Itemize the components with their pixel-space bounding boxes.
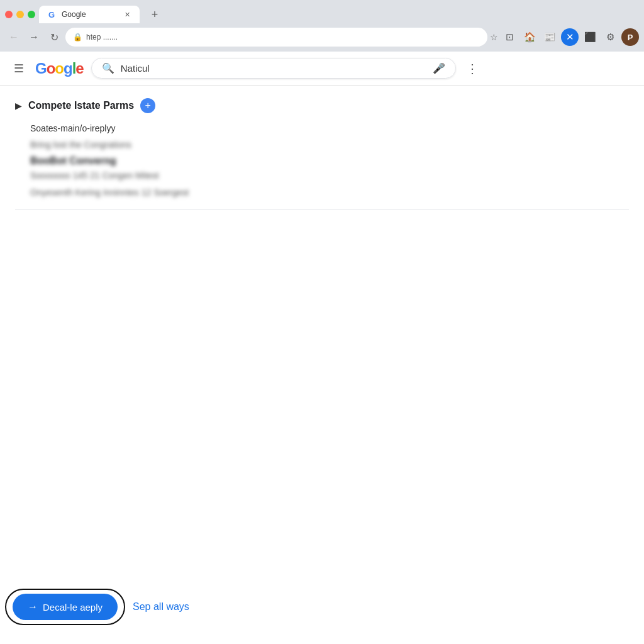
bookmark-star-icon[interactable]: ☆ [490, 32, 498, 42]
address-bar[interactable]: 🔒 htep ....... [65, 28, 487, 47]
back-button[interactable]: ← [5, 28, 23, 46]
close-window-button[interactable] [5, 11, 13, 18]
bottom-section: → Decal-le aeply Sep all ways [13, 594, 189, 620]
blurred-line-2: Sooooooo 145 21 Congen Mitest [30, 169, 629, 182]
section-divider [15, 209, 629, 210]
toolbar-icon-5[interactable]: ⬛ [581, 28, 599, 46]
search-input[interactable] [121, 63, 426, 74]
add-section-button[interactable]: + [140, 98, 155, 113]
section-header: ▶ Compete Istate Parms + [15, 98, 629, 113]
primary-button-label: Decal-le aeply [43, 602, 103, 613]
tab-title: Google [62, 10, 117, 19]
minimize-window-button[interactable] [16, 11, 24, 18]
address-text: htep ....... [86, 33, 480, 42]
subsection-path: Soates-main/o-ireplyy [30, 123, 629, 133]
tab-close-button[interactable]: ✕ [122, 9, 132, 19]
blurred-line-3: Onyesenth Kering Inninntes 12 Soergest [30, 186, 629, 199]
sep-all-ways-link[interactable]: Sep all ways [133, 601, 189, 613]
toolbar-icon-3[interactable]: 📰 [541, 28, 558, 46]
tab-favicon: G [47, 9, 57, 19]
primary-button-wrapper: → Decal-le aeply [13, 594, 118, 620]
blurred-line-1: Bring lost the Congrations [30, 138, 629, 152]
toolbar-icon-4-active[interactable]: ✕ [561, 28, 579, 46]
decal-apply-button[interactable]: → Decal-le aeply [13, 594, 118, 620]
reload-button[interactable]: ↻ [45, 28, 63, 46]
toolbar-icon-2[interactable]: 🏠 [521, 28, 538, 46]
subsection: Soates-main/o-ireplyy Bring lost the Con… [15, 123, 629, 199]
toolbar-icon-1[interactable]: ⊡ [501, 28, 518, 46]
google-logo: Google [35, 60, 84, 77]
traffic-lights [5, 11, 35, 18]
hamburger-menu-icon[interactable]: ☰ [10, 60, 28, 77]
browser-tab[interactable]: G Google ✕ [39, 6, 140, 23]
forward-button[interactable]: → [25, 28, 43, 46]
blurred-bold-title: BooBot Converng [30, 155, 629, 167]
security-lock-icon: 🔒 [73, 33, 82, 42]
new-tab-button[interactable]: + [146, 6, 164, 23]
toolbar-icon-6[interactable]: ⚙ [601, 28, 619, 46]
mic-icon[interactable]: 🎤 [433, 62, 445, 74]
search-box[interactable]: 🔍 🎤 [91, 58, 456, 79]
search-icon: 🔍 [102, 62, 114, 74]
expand-arrow-icon[interactable]: ▶ [15, 101, 22, 111]
profile-avatar[interactable]: P [621, 28, 639, 46]
more-options-icon[interactable]: ⋮ [464, 60, 481, 77]
maximize-window-button[interactable] [28, 11, 35, 18]
button-arrow-icon: → [28, 601, 38, 613]
section-title: Compete Istate Parms [28, 100, 134, 111]
